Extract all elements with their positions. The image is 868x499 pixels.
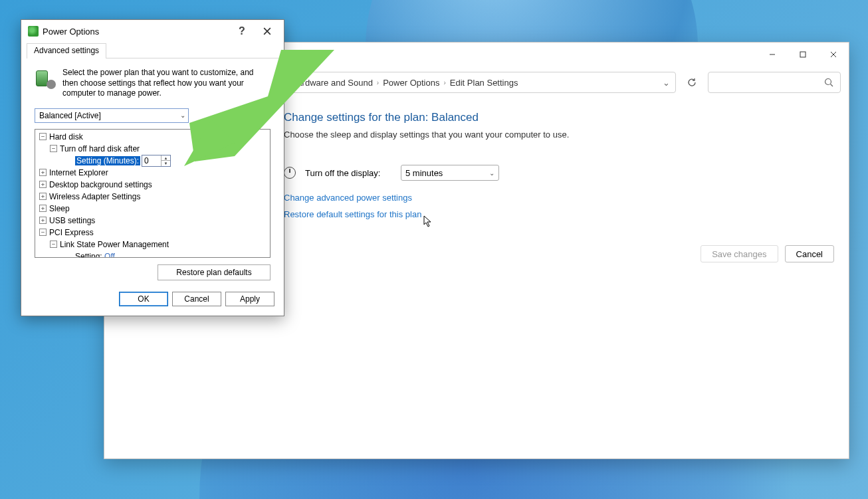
tree-item-usb[interactable]: + USB settings (35, 215, 270, 227)
breadcrumb[interactable]: Hardware and Sound › Power Options › Edi… (285, 72, 676, 93)
minimize-button[interactable] (757, 44, 788, 65)
tab-advanced-settings[interactable]: Advanced settings (27, 43, 106, 58)
spinner-up-button[interactable]: ▲ (162, 155, 170, 161)
refresh-button[interactable] (681, 72, 703, 93)
advanced-settings-link[interactable]: Change advanced power settings (284, 193, 849, 203)
power-plan-icon (35, 68, 56, 89)
setting-value: Off (104, 252, 115, 258)
spinner-down-button[interactable]: ▼ (162, 161, 170, 166)
close-button[interactable] (255, 23, 280, 40)
collapse-icon[interactable]: − (39, 133, 47, 140)
svg-line-5 (831, 84, 833, 87)
expand-icon[interactable]: + (39, 193, 47, 200)
power-options-dialog: Power Options ? Advanced settings Select… (21, 19, 284, 316)
apply-button[interactable]: Apply (225, 292, 274, 306)
chevron-right-icon: › (443, 79, 445, 86)
cursor-icon (423, 215, 434, 229)
svg-point-4 (825, 79, 831, 85)
tree-item-wireless[interactable]: + Wireless Adapter Settings (35, 191, 270, 203)
dialog-description: Select the power plan that you want to c… (21, 58, 284, 104)
breadcrumb-item[interactable]: Edit Plan Settings (450, 78, 518, 88)
tree-item-link-state-setting[interactable]: Setting: Off (35, 250, 270, 258)
page-subtitle: Choose the sleep and display settings th… (284, 130, 849, 140)
minutes-spinner[interactable]: 0 ▲ ▼ (142, 155, 171, 167)
dialog-title: Power Options (43, 27, 99, 37)
restore-defaults-link[interactable]: Restore default settings for this plan (284, 209, 849, 219)
collapse-icon[interactable]: − (50, 145, 57, 152)
expand-icon[interactable]: + (39, 169, 47, 176)
page-title: Change settings for the plan: Balanced (284, 111, 849, 124)
chevron-down-icon: ⌄ (489, 169, 494, 177)
dialog-titlebar: Power Options ? (21, 20, 284, 43)
cancel-button[interactable]: Cancel (785, 245, 834, 262)
settings-tree[interactable]: − Hard disk − Turn off hard disk after S… (35, 129, 271, 258)
display-timeout-row: Turn off the display: 5 minutes ⌄ (284, 165, 849, 181)
collapse-icon[interactable]: − (39, 229, 47, 236)
help-button[interactable]: ? (229, 23, 255, 40)
tree-item-hard-disk[interactable]: − Hard disk (35, 131, 270, 143)
dialog-buttons: Save changes Cancel (701, 245, 834, 262)
power-plan-select[interactable]: Balanced [Active] ⌄ (35, 108, 189, 123)
spinner-value[interactable]: 0 (142, 156, 161, 165)
maximize-button[interactable] (788, 44, 818, 65)
expand-icon[interactable]: + (39, 181, 47, 188)
restore-plan-defaults-button[interactable]: Restore plan defaults (158, 264, 271, 280)
close-button[interactable] (818, 44, 849, 65)
save-changes-button: Save changes (701, 245, 778, 262)
power-options-icon (28, 26, 39, 37)
monitor-icon (284, 167, 296, 179)
display-timeout-select[interactable]: 5 minutes ⌄ (401, 165, 499, 181)
setting-minutes-label: Setting (Minutes): (75, 156, 140, 165)
select-value: Balanced [Active] (39, 111, 101, 120)
dialog-footer: OK Cancel Apply (21, 292, 284, 316)
cancel-button[interactable]: Cancel (172, 292, 221, 306)
tree-item-sleep[interactable]: + Sleep (35, 203, 270, 215)
chevron-right-icon: › (377, 79, 379, 86)
display-label: Turn off the display: (305, 168, 391, 178)
search-input[interactable] (708, 72, 841, 93)
description-text: Select the power plan that you want to c… (62, 68, 271, 99)
tree-item-desktop-background[interactable]: + Desktop background settings (35, 179, 270, 191)
ok-button[interactable]: OK (119, 292, 168, 306)
tree-item-link-state[interactable]: − Link State Power Management (35, 239, 270, 250)
search-icon (824, 78, 833, 87)
select-value: 5 minutes (405, 168, 443, 178)
collapse-icon[interactable]: − (50, 241, 57, 248)
tree-item-pci-express[interactable]: − PCI Express (35, 227, 270, 239)
expand-icon[interactable]: + (39, 205, 47, 212)
expand-icon[interactable]: + (39, 217, 47, 224)
tree-item-setting-minutes[interactable]: Setting (Minutes): 0 ▲ ▼ (35, 155, 270, 167)
tree-item-internet-explorer[interactable]: + Internet Explorer (35, 167, 270, 179)
breadcrumb-item[interactable]: Hardware and Sound (291, 78, 373, 88)
breadcrumb-item[interactable]: Power Options (383, 78, 439, 88)
chevron-down-icon: ⌄ (180, 112, 185, 119)
breadcrumb-dropdown[interactable]: ⌄ (663, 78, 670, 88)
tree-item-turn-off-hard-disk[interactable]: − Turn off hard disk after (35, 143, 270, 155)
svg-rect-1 (800, 52, 806, 57)
